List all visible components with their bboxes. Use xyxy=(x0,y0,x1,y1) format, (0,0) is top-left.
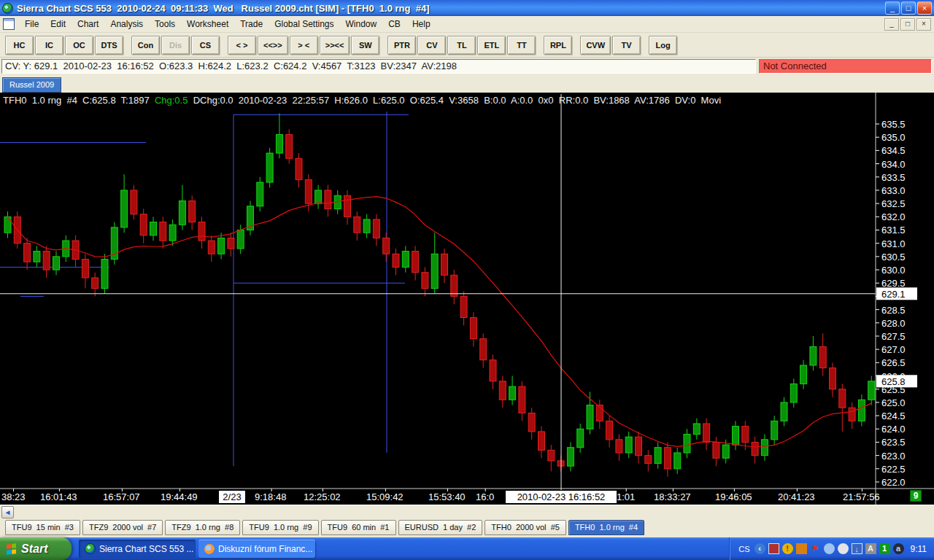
svg-text:20:41:23: 20:41:23 xyxy=(778,491,815,502)
svg-text:624.0: 624.0 xyxy=(881,424,906,435)
svg-text:625.8: 625.8 xyxy=(881,376,906,387)
toolbar-button-[interactable]: <<>> xyxy=(258,36,288,55)
taskbar: Start Sierra Chart SCS 553 ... Diskuzní … xyxy=(0,537,934,560)
toolbar-button-etl[interactable]: ETL xyxy=(477,36,506,55)
svg-text:629.5: 629.5 xyxy=(881,278,906,289)
application-window: { "window": { "title": "Sierra Chart SCS… xyxy=(0,0,934,560)
svg-text:19:44:49: 19:44:49 xyxy=(161,491,198,502)
svg-text:622.5: 622.5 xyxy=(881,464,906,475)
flag-icon[interactable]: ⚑ xyxy=(810,543,821,554)
time-axis[interactable]: 38:2316:01:4316:57:0719:44:499:18:4812:2… xyxy=(1,489,880,503)
toolbar-button-rpl[interactable]: RPL xyxy=(544,36,572,55)
chart-tabs-bar: TFU9 15 min #3TFZ9 2000 vol #7TFZ9 1.0 r… xyxy=(0,519,934,537)
taskbar-button-firefox[interactable]: Diskuzní fórum Financ... xyxy=(198,540,315,558)
close-button[interactable]: × xyxy=(917,1,932,15)
toolbar-button-cs[interactable]: CS xyxy=(191,36,220,55)
chart-tab-tfu9-1-0-rng-9[interactable]: TFU9 1.0 rng #9 xyxy=(242,520,318,535)
svg-text:622.0: 622.0 xyxy=(881,477,906,488)
svg-text:631.0: 631.0 xyxy=(881,238,906,249)
menu-global-settings[interactable]: Global Settings xyxy=(269,17,339,31)
tray-icons: ‹!⚑↓A1a xyxy=(754,543,904,554)
toolbar-button-dis[interactable]: Dis xyxy=(161,36,190,55)
svg-text:626.5: 626.5 xyxy=(881,357,906,368)
chart-tab-eurusd-1-day-2[interactable]: EURUSD 1 day #2 xyxy=(398,520,483,535)
scroll-left-button[interactable]: ◄ xyxy=(1,506,14,518)
toolbar-button-[interactable]: >><< xyxy=(320,36,350,55)
menu-tools[interactable]: Tools xyxy=(149,17,181,31)
toolbar-button-tl[interactable]: TL xyxy=(447,36,476,55)
chart-tab-tfu9-15-min-3[interactable]: TFU9 15 min #3 xyxy=(5,520,80,535)
browser-icon[interactable]: a xyxy=(893,543,904,554)
toolbar-button-cvw[interactable]: CVW xyxy=(580,36,611,55)
letter-a-badge[interactable]: A xyxy=(865,543,876,554)
menu-analysis[interactable]: Analysis xyxy=(104,17,149,31)
toolbar: HCICOCDTSConDisCS< ><<>>> <>><<SWPTRCVTL… xyxy=(0,33,934,58)
menu-chart[interactable]: Chart xyxy=(72,17,104,31)
toolbar-button-con[interactable]: Con xyxy=(131,36,160,55)
drawings-layer[interactable] xyxy=(0,112,409,466)
taskbar-button-sierra-chart[interactable]: Sierra Chart SCS 553 ... xyxy=(79,540,196,558)
toolbar-button-oc[interactable]: OC xyxy=(65,36,93,55)
mdi-close-button[interactable]: × xyxy=(916,18,931,31)
svg-text:16:57:07: 16:57:07 xyxy=(103,491,140,502)
svg-text:2/23: 2/23 xyxy=(223,491,241,502)
network-globe-icon[interactable] xyxy=(824,543,835,554)
menu-worksheet[interactable]: Worksheet xyxy=(181,17,234,31)
firefox-icon xyxy=(204,544,215,554)
chart-scrollbar[interactable]: ◄ xyxy=(0,505,934,519)
hide-icons-arrow-icon[interactable]: ‹ xyxy=(754,543,765,554)
sierra-chart-icon xyxy=(85,543,96,554)
monitor-icon[interactable] xyxy=(768,543,779,554)
chart-area[interactable]: TFH0 1.0 rng #4 C:625.8 T:1897 Chg:0.5 D… xyxy=(0,93,934,505)
menu-help[interactable]: Help xyxy=(406,17,436,31)
toolbar-button-cv[interactable]: CV xyxy=(417,36,446,55)
mdi-minimize-button[interactable]: _ xyxy=(884,18,899,31)
update-icon[interactable] xyxy=(796,543,807,554)
svg-text:632.5: 632.5 xyxy=(881,198,906,209)
svg-text:625.0: 625.0 xyxy=(881,397,906,408)
chart-tab-tfz9-2000-vol-7[interactable]: TFZ9 2000 vol #7 xyxy=(82,520,163,535)
mouse-icon[interactable] xyxy=(838,543,849,554)
start-button[interactable]: Start xyxy=(0,537,72,560)
svg-text:16:0: 16:0 xyxy=(476,491,494,502)
toolbar-button-sw[interactable]: SW xyxy=(351,36,379,55)
toolbar-button-[interactable]: > < xyxy=(290,36,318,55)
chart-tab-tfh0-1-0-rng-4[interactable]: TFH0 1.0 rng #4 xyxy=(568,520,644,535)
svg-text:38:23: 38:23 xyxy=(1,491,26,502)
toolbar-button-ptr[interactable]: PTR xyxy=(387,36,416,55)
toolbar-button-hc[interactable]: HC xyxy=(5,36,34,55)
child-window-icon[interactable] xyxy=(3,18,15,30)
svg-text:15:09:42: 15:09:42 xyxy=(366,491,404,502)
svg-text:631.5: 631.5 xyxy=(881,225,906,236)
mdi-restore-button[interactable]: □ xyxy=(900,18,915,31)
chart-tab-tfz9-1-0-rng-8[interactable]: TFZ9 1.0 rng #8 xyxy=(165,520,240,535)
language-indicator[interactable]: CS xyxy=(738,545,749,553)
svg-text:18:33:27: 18:33:27 xyxy=(654,491,691,502)
toolbar-button-ic[interactable]: IC xyxy=(35,36,63,55)
toolbar-button-tt[interactable]: TT xyxy=(507,36,536,55)
menu-window[interactable]: Window xyxy=(340,17,383,31)
download-icon[interactable]: ↓ xyxy=(852,543,862,554)
counter-badge[interactable]: 1 xyxy=(879,543,890,554)
svg-text:19:46:05: 19:46:05 xyxy=(715,491,752,502)
minimize-button[interactable]: _ xyxy=(885,1,900,15)
toolbar-button-log[interactable]: Log xyxy=(649,36,677,55)
toolbar-button-tv[interactable]: TV xyxy=(612,36,641,55)
toolbar-button-dts[interactable]: DTS xyxy=(95,36,123,55)
menu-file[interactable]: File xyxy=(19,17,45,31)
chart-header-pre: TFH0 1.0 rng #4 C:625.8 T:1897 xyxy=(3,95,155,106)
chartbook-tab[interactable]: Russel 2009 xyxy=(2,77,61,93)
svg-text:633.0: 633.0 xyxy=(881,185,906,196)
restore-button[interactable]: □ xyxy=(901,1,916,15)
price-axis[interactable]: 635.5635.0634.5634.0633.5633.0632.5632.0… xyxy=(876,119,917,488)
menu-cb[interactable]: CB xyxy=(382,17,406,31)
toolbar-button-[interactable]: < > xyxy=(228,36,256,55)
chart-tab-tfu9-60-min-1[interactable]: TFU9 60 min #1 xyxy=(321,520,396,535)
menu-edit[interactable]: Edit xyxy=(45,17,72,31)
svg-text:628.0: 628.0 xyxy=(881,318,906,329)
chart-tab-tfh0-2000-vol-5[interactable]: TFH0 2000 vol #5 xyxy=(485,520,566,535)
security-shield-icon[interactable]: ! xyxy=(782,543,793,554)
menu-trade[interactable]: Trade xyxy=(234,17,269,31)
candlestick-chart[interactable]: 635.5635.0634.5634.0633.5633.0632.5632.0… xyxy=(0,93,934,505)
candles-layer xyxy=(4,113,875,476)
